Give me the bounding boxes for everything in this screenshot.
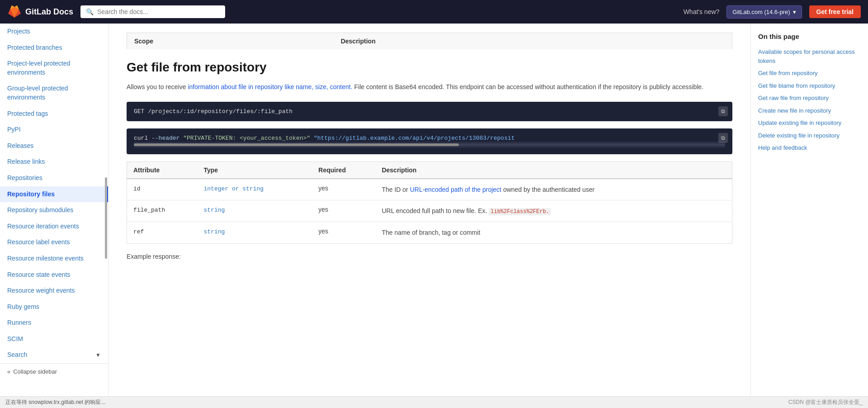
- toc-item-get-blame[interactable]: Get file blame from repository: [758, 80, 861, 92]
- watermark-text: CSDN @富士康质检员张全蛋_: [788, 399, 863, 406]
- search-input[interactable]: [97, 8, 220, 15]
- sidebar-item-projects[interactable]: Projects: [0, 24, 108, 40]
- param-desc-id: The ID or URL-encoded path of the projec…: [375, 179, 732, 200]
- sidebar-item-resource-iteration-events[interactable]: Resource iteration events: [0, 218, 108, 235]
- sidebar-item-resource-state-events[interactable]: Resource state events: [0, 267, 108, 283]
- scrollbar-row: [134, 142, 725, 148]
- scrollbar-track: [134, 143, 725, 146]
- logo-text: GitLab Docs: [25, 7, 73, 17]
- logo[interactable]: GitLab Docs: [7, 5, 73, 19]
- toc-item-delete[interactable]: Delete existing file in repository: [758, 129, 861, 142]
- sidebar-item-resource-milestone-events[interactable]: Resource milestone events: [0, 251, 108, 267]
- col-attribute: Attribute: [127, 161, 198, 179]
- page-layout: Projects Protected branches Project-leve…: [0, 24, 868, 408]
- curl-command-text: curl --header "PRIVATE-TOKEN: <your_acce…: [134, 135, 515, 142]
- col-type: Type: [197, 161, 312, 179]
- param-required-id: yes: [312, 179, 375, 200]
- sidebar: Projects Protected branches Project-leve…: [0, 24, 108, 408]
- sidebar-item-ruby-gems[interactable]: Ruby gems: [0, 299, 108, 315]
- scope-col-description: Description: [334, 33, 732, 49]
- url-encoded-path-link[interactable]: URL-encoded path of the project: [410, 186, 501, 193]
- toc-item-get-file[interactable]: Get file from repository: [758, 67, 861, 80]
- col-description: Description: [375, 161, 732, 179]
- sidebar-item-resource-label-events[interactable]: Resource label events: [0, 234, 108, 251]
- search-box[interactable]: 🔍: [80, 5, 225, 18]
- copy-curl-button[interactable]: ⧉: [718, 133, 728, 143]
- copy-get-button[interactable]: ⧉: [718, 106, 728, 116]
- toc-item-get-raw[interactable]: Get raw file from repository: [758, 92, 861, 104]
- page-title: Get file from repository: [127, 60, 732, 75]
- right-toc: On this page Available scopes for person…: [750, 24, 868, 408]
- collapse-icon: «: [7, 368, 10, 375]
- version-button[interactable]: GitLab.com (14.6-pre) ▾: [726, 5, 802, 19]
- param-required-ref: yes: [312, 222, 375, 243]
- inline-code-filepath: lib%2Fclass%2FErb.: [489, 208, 551, 215]
- param-name-id: id: [133, 185, 141, 192]
- param-desc-filepath: URL encoded full path to new file. Ex. l…: [375, 200, 732, 222]
- toc-item-create[interactable]: Create new file in repository: [758, 104, 861, 117]
- table-row: file_path string yes URL encoded full pa…: [127, 200, 732, 222]
- sidebar-item-search[interactable]: Search ▼: [0, 347, 108, 363]
- loading-status: 正在等待 snowplow.trx.gitlab.net 的响应...: [5, 399, 105, 406]
- free-trial-button[interactable]: Get free trial: [809, 5, 861, 18]
- example-response-label: Example response:: [127, 253, 732, 260]
- sidebar-item-project-level-protected[interactable]: Project-level protected environments: [0, 56, 108, 81]
- scrollbar-thumb[interactable]: [134, 143, 459, 146]
- scope-table-header: Scope Description: [127, 33, 732, 49]
- sidebar-item-protected-tags[interactable]: Protected tags: [0, 106, 108, 122]
- page-description: Allows you to receive information about …: [127, 82, 732, 93]
- sidebar-item-releases[interactable]: Releases: [0, 138, 108, 154]
- col-required: Required: [312, 161, 375, 179]
- get-code-block: ⧉ GET /projects/:id/repository/files/:fi…: [127, 102, 732, 121]
- sidebar-item-repositories[interactable]: Repositories: [0, 170, 108, 186]
- toc-title: On this page: [758, 33, 861, 40]
- scope-col-scope: Scope: [127, 33, 334, 49]
- table-row: ref string yes The name of branch, tag o…: [127, 222, 732, 243]
- collapse-sidebar-button[interactable]: « Collapse sidebar: [0, 363, 108, 380]
- toc-item-help[interactable]: Help and feedback: [758, 142, 861, 154]
- param-required-filepath: yes: [312, 200, 375, 222]
- main-content: Scope Description Get file from reposito…: [108, 24, 750, 408]
- param-desc-ref: The name of branch, tag or commit: [375, 222, 732, 243]
- table-row: id integer or string yes The ID or URL-e…: [127, 179, 732, 200]
- sidebar-item-pypi[interactable]: PyPI: [0, 122, 108, 138]
- sidebar-item-repository-files[interactable]: Repository files: [0, 186, 108, 203]
- toc-item-scopes[interactable]: Available scopes for personal access tok…: [758, 46, 861, 67]
- search-icon: 🔍: [86, 8, 94, 15]
- sidebar-item-release-links[interactable]: Release links: [0, 154, 108, 170]
- status-bar: 正在等待 snowplow.trx.gitlab.net 的响应... CSDN…: [0, 396, 868, 408]
- params-table: Attribute Type Required Description id i…: [127, 161, 732, 244]
- gitlab-logo-icon: [7, 5, 22, 19]
- desc-link[interactable]: information about file in repository lik…: [188, 83, 352, 90]
- sidebar-item-protected-branches[interactable]: Protected branches: [0, 40, 108, 56]
- sidebar-item-scim[interactable]: SCIM: [0, 331, 108, 347]
- param-name-ref: ref: [133, 228, 144, 235]
- param-type-ref: string: [203, 228, 225, 235]
- curl-code-block: ⧉ curl --header "PRIVATE-TOKEN: <your_ac…: [127, 128, 732, 154]
- sidebar-item-group-level-protected[interactable]: Group-level protected environments: [0, 81, 108, 105]
- param-type-id: integer or string: [203, 185, 264, 192]
- param-type-filepath: string: [203, 207, 225, 213]
- whats-new-button[interactable]: What's new?: [684, 8, 720, 15]
- sidebar-item-resource-weight-events[interactable]: Resource weight events: [0, 283, 108, 299]
- param-name-filepath: file_path: [133, 207, 165, 213]
- sidebar-scrollbar[interactable]: [105, 177, 107, 259]
- sidebar-item-runners[interactable]: Runners: [0, 315, 108, 331]
- toc-item-update[interactable]: Update existing file in repository: [758, 117, 861, 129]
- sidebar-item-repository-submodules[interactable]: Repository submodules: [0, 202, 108, 218]
- top-navigation: GitLab Docs 🔍 What's new? GitLab.com (14…: [0, 0, 868, 24]
- get-command-text: GET /projects/:id/repository/files/:file…: [134, 108, 292, 115]
- chevron-down-icon: ▾: [793, 9, 796, 15]
- dropdown-arrow-icon: ▼: [95, 351, 101, 359]
